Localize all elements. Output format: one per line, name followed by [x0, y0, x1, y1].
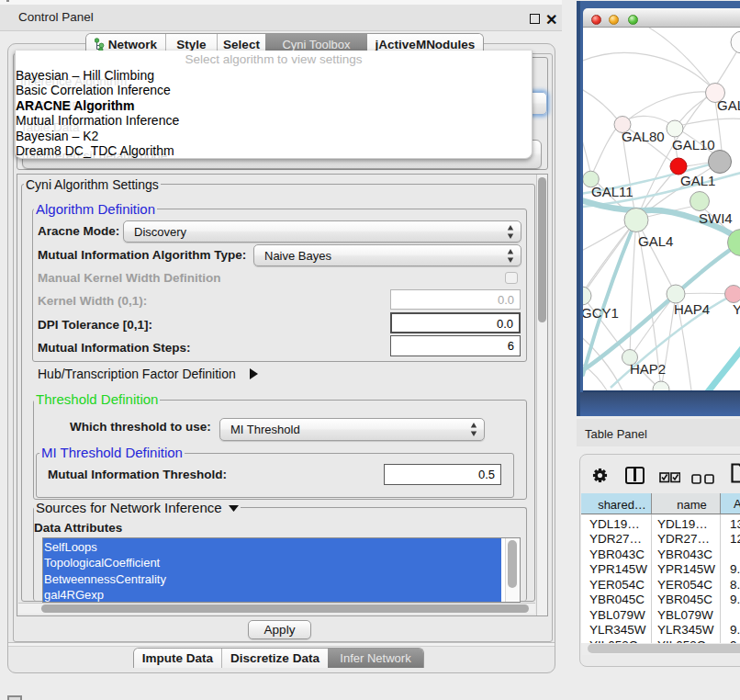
svg-text:GCY1: GCY1: [583, 305, 619, 321]
svg-text:SWI4: SWI4: [699, 210, 733, 226]
svg-text:GAL80: GAL80: [622, 129, 665, 144]
svg-text:GAL10: GAL10: [672, 137, 715, 152]
svg-text:GAL4: GAL4: [638, 233, 673, 249]
svg-text:GAL1: GAL1: [680, 173, 715, 188]
svg-text:GAL7: GAL7: [717, 97, 740, 113]
svg-text:HAP2: HAP2: [630, 361, 666, 377]
svg-text:HAP4: HAP4: [674, 301, 710, 317]
svg-text:GAL11: GAL11: [591, 184, 633, 199]
svg-text:YM: YM: [733, 301, 740, 317]
